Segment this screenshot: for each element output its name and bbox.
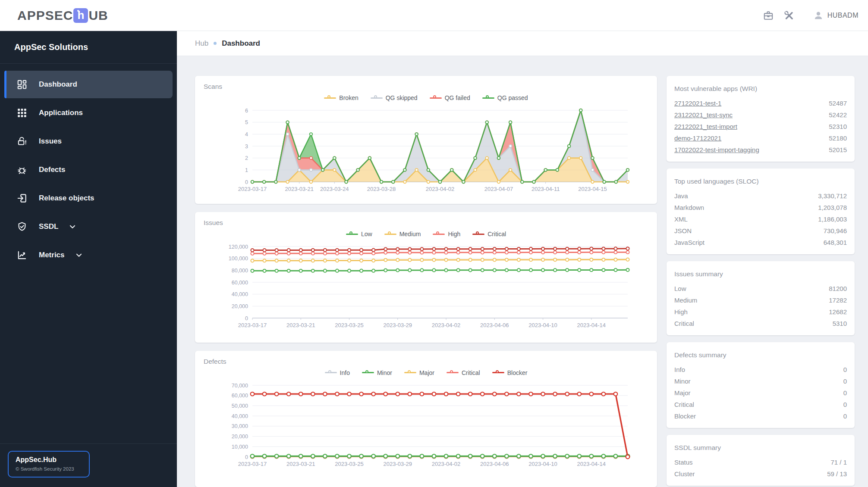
svg-text:60,000: 60,000: [232, 280, 248, 286]
row-label: Markdown: [674, 202, 704, 213]
user-name: HUBADM: [827, 12, 859, 19]
legend-item-blocker[interactable]: Blocker: [492, 369, 528, 376]
row-value: 0: [843, 364, 847, 375]
svg-text:30,000: 30,000: [232, 423, 248, 429]
legend-label: Major: [419, 369, 434, 376]
tools-icon[interactable]: [783, 10, 795, 21]
row-label: Critical: [674, 318, 694, 329]
app-link[interactable]: 22122021_test-import: [674, 121, 737, 132]
breadcrumb-separator-icon: [214, 42, 217, 45]
logo-text-pre: APPSEC: [17, 8, 73, 23]
legend-item-medium[interactable]: Medium: [384, 231, 421, 237]
app-link[interactable]: 27122021-test-1: [674, 97, 721, 109]
svg-text:40,000: 40,000: [232, 291, 248, 297]
legend-item-info[interactable]: Info: [325, 369, 350, 376]
row-value: 730,946: [824, 225, 847, 237]
svg-text:70,000: 70,000: [232, 382, 248, 388]
chevron-down-icon[interactable]: [68, 222, 77, 231]
row-value: 5310: [833, 318, 847, 329]
user-menu[interactable]: HUBADM: [813, 10, 859, 21]
sidebar-item-label: Release objects: [39, 194, 94, 203]
sidebar-item-metrics[interactable]: Metrics: [4, 241, 173, 269]
panel-row: Low81200: [674, 283, 847, 294]
row-label: Cluster: [674, 468, 695, 480]
app-link[interactable]: 17022022-test-import-tagging: [674, 144, 759, 156]
legend-item-low[interactable]: Low: [346, 231, 372, 237]
svg-text:2023-04-02: 2023-04-02: [432, 322, 460, 328]
svg-text:50,000: 50,000: [232, 403, 248, 409]
legend-item-minor[interactable]: Minor: [362, 369, 392, 376]
footer-app-name: AppSec.Hub: [16, 456, 82, 464]
shield-check-icon: [16, 221, 28, 232]
sidebar-item-applications[interactable]: Applications: [4, 99, 173, 127]
svg-text:100,000: 100,000: [229, 256, 248, 262]
row-value: 52180: [829, 132, 847, 144]
breadcrumb-root[interactable]: Hub: [195, 39, 208, 48]
sidebar-item-label: Defects: [39, 165, 65, 174]
svg-text:2023-04-06: 2023-04-06: [480, 322, 509, 328]
app-link[interactable]: 23122021_test-sync: [674, 109, 733, 121]
appsechub-dashboard: APPSEC h UB: [0, 0, 868, 487]
sidebar-item-release-objects[interactable]: Release objects: [4, 184, 173, 212]
app-link[interactable]: demo-17122021: [674, 132, 721, 144]
legend-item-qg-skipped[interactable]: QG skipped: [371, 94, 418, 101]
panel-row: 23122021_test-sync52422: [674, 109, 847, 121]
legend-label: QG skipped: [386, 94, 418, 101]
charts-column: Scans BrokenQG skippedQG failedQG passed…: [195, 76, 657, 487]
legend-marker-icon: [384, 231, 396, 237]
legend-marker-icon: [371, 95, 383, 101]
svg-text:2023-03-29: 2023-03-29: [384, 461, 412, 467]
row-label: Critical: [674, 399, 694, 410]
scans-chart-card: Scans BrokenQG skippedQG failedQG passed…: [195, 76, 657, 204]
issues-chart-legend: LowMediumHighCritical: [204, 228, 648, 240]
legend-item-major[interactable]: Major: [404, 369, 434, 376]
legend-item-high[interactable]: High: [433, 231, 460, 237]
sidebar-item-label: Dashboard: [39, 80, 77, 89]
legend-marker-icon: [346, 231, 358, 237]
defects-chart-canvas[interactable]: 010,00020,00030,00040,00050,00060,00070,…: [204, 381, 648, 471]
lock-alert-icon: [16, 136, 28, 147]
appsechub-logo[interactable]: APPSEC h UB: [17, 8, 108, 23]
svg-text:2023-04-15: 2023-04-15: [578, 186, 607, 192]
legend-item-qg-passed[interactable]: QG passed: [482, 94, 528, 101]
sidebar-item-dashboard[interactable]: Dashboard: [4, 71, 173, 98]
sidebar-item-label: Applications: [39, 109, 83, 117]
panel-ssdl-summary: SSDL summaryStatus71 / 1Cluster59 / 13: [667, 435, 855, 486]
legend-item-critical[interactable]: Critical: [472, 231, 506, 237]
sidebar-item-defects[interactable]: Defects: [4, 156, 173, 184]
legend-item-qg-failed[interactable]: QG failed: [430, 94, 470, 101]
svg-text:2023-04-06: 2023-04-06: [480, 461, 509, 467]
briefcase-icon[interactable]: [763, 10, 774, 21]
chart-line-icon: [16, 250, 28, 261]
breadcrumb-current: Dashboard: [222, 39, 260, 48]
row-label: JSON: [674, 225, 692, 237]
legend-marker-icon: [362, 370, 374, 376]
svg-text:2023-04-02: 2023-04-02: [432, 461, 460, 467]
svg-text:4: 4: [245, 131, 248, 137]
sidebar-item-ssdl[interactable]: SSDL: [4, 213, 173, 240]
chevron-down-icon[interactable]: [74, 250, 84, 260]
svg-text:40,000: 40,000: [232, 413, 248, 419]
svg-text:2023-04-14: 2023-04-14: [577, 461, 606, 467]
sidebar-footer: AppSec.Hub © Swordfish Security 2023: [0, 443, 177, 487]
legend-item-broken[interactable]: Broken: [324, 94, 358, 101]
legend-label: Critical: [462, 369, 480, 376]
panel-row: JSON730,946: [674, 225, 847, 237]
panel-row: Medium17282: [674, 294, 847, 306]
issues-chart-canvas[interactable]: 020,00040,00060,00080,000100,000120,0002…: [204, 242, 648, 333]
row-value: 52422: [829, 109, 847, 121]
svg-text:2023-04-10: 2023-04-10: [528, 461, 557, 467]
svg-text:3: 3: [245, 144, 248, 150]
footer-copyright: © Swordfish Security 2023: [16, 466, 82, 471]
scans-chart-canvas[interactable]: 01234562023-03-172023-03-212023-03-24202…: [204, 106, 648, 197]
svg-text:2023-03-25: 2023-03-25: [335, 322, 364, 328]
row-label: Major: [674, 387, 691, 399]
topbar-actions: HUBADM: [763, 10, 859, 21]
row-value: 52487: [829, 97, 847, 109]
panel-row: demo-1712202152180: [674, 132, 847, 144]
legend-item-critical[interactable]: Critical: [447, 369, 480, 376]
row-label: JavaScript: [674, 237, 704, 248]
sidebar-menu: DashboardApplicationsIssuesDefectsReleas…: [0, 64, 177, 269]
sidebar-item-issues[interactable]: Issues: [4, 128, 173, 155]
panel-row: High12682: [674, 306, 847, 318]
